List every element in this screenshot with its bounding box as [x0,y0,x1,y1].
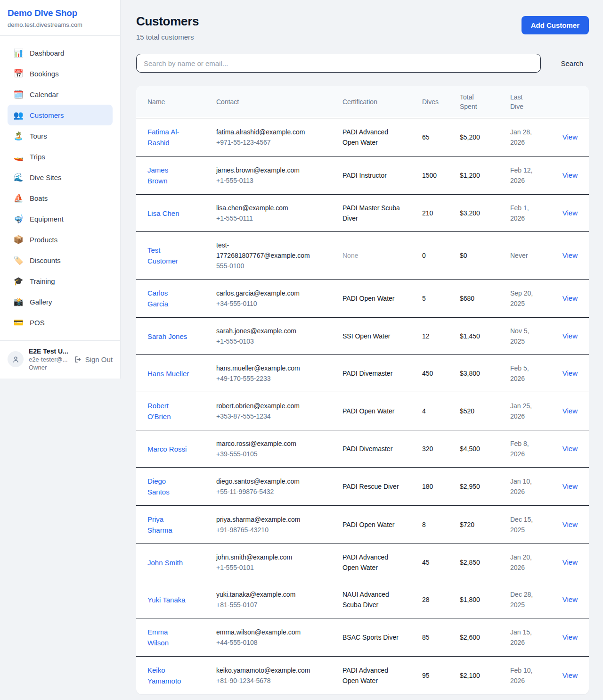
discounts-icon: 🏷️ [13,256,24,264]
logout-icon [74,355,82,363]
customer-certification: PADI Open Water [342,519,401,530]
table-row: Keiko Yamamoto keiko.yamamoto@example.co… [136,657,589,695]
sidebar-item-label: Products [30,236,57,244]
sidebar-item-equipment[interactable]: 🤿 Equipment [8,208,113,229]
sidebar-item-label: Calendar [30,91,58,99]
view-customer-link[interactable]: View [562,671,578,679]
customer-name-link[interactable]: Keiko Yamamoto [147,665,190,686]
column-header-dives: Dives [422,86,460,118]
view-customer-link[interactable]: View [562,445,578,453]
customer-name-link[interactable]: Fatima Al-Rashid [147,126,190,148]
add-customer-button[interactable]: Add Customer [522,16,589,34]
customers-table-card: Name Contact Certification Dives Total S… [136,86,589,694]
tours-icon: 🏝️ [13,132,24,140]
customer-last-dive: Jan 28, 2026 [510,127,545,148]
bookings-icon: 📅 [13,70,24,78]
sidebar-item-customers[interactable]: 👥 Customers [8,105,113,125]
customer-name-link[interactable]: Test Customer [147,245,190,266]
customer-certification: None [342,250,401,261]
view-customer-link[interactable]: View [562,633,578,641]
customer-email: john.smith@example.com [216,552,316,562]
customer-total-spent: $4,500 [460,430,510,468]
search-bar: Search [136,54,589,73]
sidebar-item-dive-sites[interactable]: 🌊 Dive Sites [8,167,113,188]
table-row: Carlos Garcia carlos.garcia@example.com … [136,280,589,318]
view-customer-link[interactable]: View [562,171,578,179]
customer-name-link[interactable]: Sarah Jones [147,331,187,342]
customer-name-link[interactable]: Robert O'Brien [147,400,190,422]
sidebar-item-label: Training [30,277,55,285]
brand: Demo Dive Shop demo.test.divestreams.com [0,0,120,36]
customer-phone: +34-555-0110 [216,298,316,309]
sidebar-item-gallery[interactable]: 📸 Gallery [8,291,113,312]
user-section: E2E Test U... e2e-tester@... Owner Sign … [0,340,120,378]
view-customer-link[interactable]: View [562,595,578,603]
sidebar-item-calendar[interactable]: 🗓️ Calendar [8,84,113,105]
customer-name-link[interactable]: Lisa Chen [147,208,179,219]
sign-out-button[interactable]: Sign Out [74,355,113,363]
search-button[interactable]: Search [555,56,589,71]
search-input[interactable] [136,54,541,73]
customer-name-link[interactable]: Hans Mueller [147,368,189,379]
sidebar-item-tours[interactable]: 🏝️ Tours [8,125,113,146]
customer-name-link[interactable]: Diego Santos [147,476,190,497]
view-customer-link[interactable]: View [562,209,578,217]
customer-phone: +91-98765-43210 [216,525,316,535]
customer-total-spent: $2,850 [460,544,510,581]
customer-name-link[interactable]: Carlos Garcia [147,288,190,309]
view-customer-link[interactable]: View [562,369,578,377]
customer-dives: 0 [422,232,460,280]
customer-phone: +1-555-0103 [216,336,316,346]
view-customer-link[interactable]: View [562,294,578,302]
customer-last-dive: Jan 20, 2026 [510,552,545,573]
customer-phone: 555-0100 [216,261,316,271]
sidebar-item-label: Bookings [30,70,59,78]
view-customer-link[interactable]: View [562,482,578,490]
customer-total-spent: $1,800 [460,581,510,618]
customer-total-spent: $5,200 [460,118,510,156]
sidebar-item-dashboard[interactable]: 📊 Dashboard [8,42,113,63]
customer-email: yuki.tanaka@example.com [216,589,316,600]
customer-name-link[interactable]: John Smith [147,557,183,568]
table-row: Diego Santos diego.santos@example.com +5… [136,468,589,506]
sidebar-item-bookings[interactable]: 📅 Bookings [8,63,113,84]
sidebar-item-products[interactable]: 📦 Products [8,229,113,250]
view-customer-link[interactable]: View [562,332,578,340]
customer-last-dive: Jan 15, 2026 [510,627,545,648]
customer-name-link[interactable]: Priya Sharma [147,514,190,535]
customer-name-link[interactable]: Marco Rossi [147,444,187,454]
view-customer-link[interactable]: View [562,520,578,528]
sidebar-item-label: POS [30,319,45,327]
customer-dives: 8 [422,506,460,544]
customer-name-link[interactable]: Emma Wilson [147,626,190,648]
customer-email: hans.mueller@example.com [216,363,316,373]
user-name: E2E Test U... [29,347,69,355]
customer-dives: 320 [422,430,460,468]
customer-certification: NAUI Advanced Scuba Diver [342,589,401,610]
customer-name-link[interactable]: Yuki Tanaka [147,594,186,605]
customer-total-spent: $2,100 [460,657,510,695]
view-customer-link[interactable]: View [562,133,578,141]
sidebar-item-boats[interactable]: ⛵ Boats [8,188,113,208]
view-customer-link[interactable]: View [562,407,578,415]
view-customer-link[interactable]: View [562,558,578,566]
sidebar-item-trips[interactable]: 🚤 Trips [8,146,113,167]
view-customer-link[interactable]: View [562,251,578,259]
sidebar-item-label: Customers [30,111,64,119]
customer-phone: +44-555-0108 [216,637,316,648]
customer-email: marco.rossi@example.com [216,438,316,449]
sidebar-item-pos[interactable]: 💳 POS [8,312,113,333]
boats-icon: ⛵ [13,194,24,202]
customer-dives: 210 [422,195,460,232]
customer-last-dive: Jan 10, 2026 [510,476,545,497]
sidebar-item-discounts[interactable]: 🏷️ Discounts [8,250,113,271]
customer-name-link[interactable]: James Brown [147,165,190,186]
table-row: John Smith john.smith@example.com +1-555… [136,544,589,581]
customers-icon: 👥 [13,111,24,119]
customer-last-dive: Nov 5, 2025 [510,326,545,346]
sidebar-item-label: Boats [30,194,48,202]
table-header-row: Name Contact Certification Dives Total S… [136,86,589,118]
dive-sites-icon: 🌊 [13,173,24,181]
customer-certification: SSI Open Water [342,331,401,341]
sidebar-item-training[interactable]: 🎓 Training [8,271,113,291]
